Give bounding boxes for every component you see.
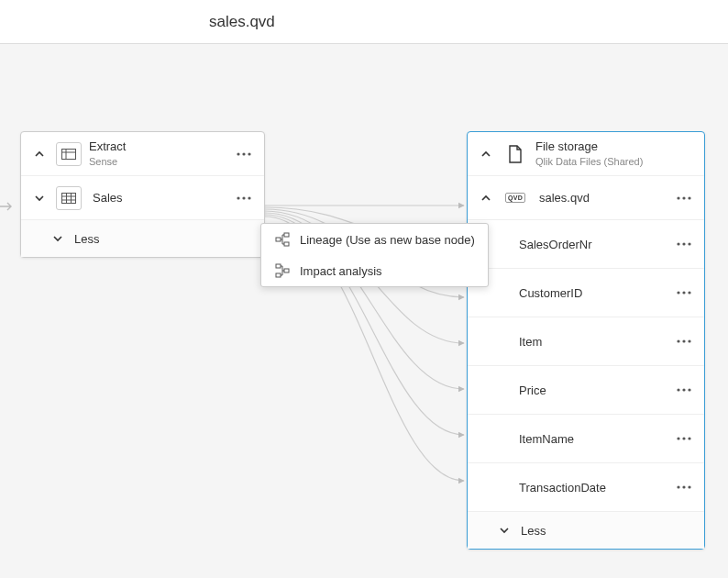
source-node-title-block: Extract Sense <box>89 139 233 168</box>
svg-point-33 <box>682 389 685 392</box>
svg-point-27 <box>682 292 685 295</box>
incoming-arrow-icon <box>0 199 17 216</box>
svg-point-11 <box>237 196 239 199</box>
table-icon <box>56 186 82 210</box>
target-node: File storage Qlik Data Files (Shared) QV… <box>467 131 705 550</box>
file-icon <box>502 145 528 163</box>
svg-rect-14 <box>284 233 289 237</box>
source-table-label: Sales <box>89 191 233 205</box>
svg-point-36 <box>682 438 685 440</box>
svg-point-22 <box>688 196 690 199</box>
more-actions-button[interactable] <box>673 233 695 255</box>
lineage-icon <box>274 231 291 248</box>
menu-item-label: Impact analysis <box>300 264 382 278</box>
svg-point-21 <box>682 196 685 199</box>
less-label: Less <box>67 232 99 246</box>
svg-point-28 <box>688 292 690 295</box>
more-actions-button[interactable] <box>233 143 255 165</box>
menu-item-label: Lineage (Use as new base node) <box>300 233 475 247</box>
impact-icon <box>274 262 291 279</box>
field-label: CustomerID <box>519 286 673 300</box>
chevron-down-icon <box>49 229 67 248</box>
svg-point-38 <box>677 486 679 489</box>
svg-rect-17 <box>276 264 281 268</box>
expand-toggle[interactable] <box>477 189 495 207</box>
svg-point-5 <box>248 152 250 155</box>
target-file-row: QVD sales.qvd <box>468 176 704 220</box>
field-label: ItemName <box>519 432 673 446</box>
field-label: Item <box>519 335 673 349</box>
source-node-subtitle: Sense <box>89 155 233 168</box>
field-row: TransactionDate <box>468 463 704 512</box>
svg-point-24 <box>682 243 685 246</box>
svg-point-39 <box>682 486 685 489</box>
field-row: Price <box>468 366 704 415</box>
target-node-title: File storage <box>535 139 695 155</box>
svg-point-12 <box>242 196 245 199</box>
qvd-icon: QVD <box>502 193 528 203</box>
svg-point-20 <box>677 196 679 199</box>
more-actions-button[interactable] <box>673 428 695 450</box>
chevron-down-icon <box>495 521 513 539</box>
svg-point-3 <box>237 152 239 155</box>
svg-point-30 <box>682 340 685 343</box>
source-less-row[interactable]: Less <box>21 220 264 257</box>
source-node: Extract Sense Sales Less <box>20 131 265 258</box>
field-row: CustomerID <box>468 269 704 317</box>
svg-point-4 <box>242 152 245 155</box>
source-node-header: Extract Sense <box>21 132 264 176</box>
menu-item-lineage[interactable]: Lineage (Use as new base node) <box>261 224 488 255</box>
more-actions-button[interactable] <box>233 187 255 209</box>
toolbar: sales.qvd <box>0 0 728 44</box>
target-less-row[interactable]: Less <box>468 512 704 549</box>
menu-item-impact[interactable]: Impact analysis <box>261 255 488 286</box>
more-actions-button[interactable] <box>673 282 695 304</box>
page-title: sales.qvd <box>209 13 275 31</box>
svg-rect-6 <box>62 193 76 203</box>
expand-toggle[interactable] <box>477 145 495 163</box>
svg-point-23 <box>677 243 679 246</box>
expand-toggle[interactable] <box>30 189 49 207</box>
source-table-row: Sales <box>21 176 264 220</box>
target-node-header: File storage Qlik Data Files (Shared) <box>468 132 704 176</box>
svg-point-35 <box>677 438 679 440</box>
svg-point-13 <box>248 196 250 199</box>
canvas: Extract Sense Sales Less <box>0 44 728 578</box>
svg-rect-16 <box>276 238 281 241</box>
svg-point-26 <box>677 292 679 295</box>
svg-rect-0 <box>62 149 76 159</box>
more-actions-button[interactable] <box>673 476 695 498</box>
svg-rect-15 <box>284 242 289 246</box>
svg-point-37 <box>688 438 690 440</box>
target-node-subtitle: Qlik Data Files (Shared) <box>535 155 695 168</box>
target-file-label: sales.qvd <box>535 191 673 205</box>
expand-toggle[interactable] <box>30 145 49 163</box>
svg-point-32 <box>677 389 679 392</box>
svg-rect-18 <box>276 273 281 277</box>
more-actions-button[interactable] <box>673 379 695 401</box>
svg-point-31 <box>688 340 690 343</box>
svg-point-40 <box>688 486 690 489</box>
target-node-title-block: File storage Qlik Data Files (Shared) <box>535 139 695 168</box>
source-node-title: Extract <box>89 139 233 155</box>
field-label: TransactionDate <box>519 481 673 495</box>
field-label: Price <box>519 383 673 397</box>
svg-point-25 <box>688 243 690 246</box>
field-row: SalesOrderNr <box>468 220 704 269</box>
dataset-icon <box>56 142 82 166</box>
more-actions-button[interactable] <box>673 330 695 352</box>
svg-point-29 <box>677 340 679 343</box>
more-actions-button[interactable] <box>673 187 695 209</box>
field-row: Item <box>468 317 704 366</box>
field-label: SalesOrderNr <box>519 238 673 251</box>
svg-point-34 <box>688 389 690 392</box>
field-row: ItemName <box>468 415 704 463</box>
less-label: Less <box>513 524 546 538</box>
context-menu: Lineage (Use as new base node) Impact an… <box>260 223 489 287</box>
svg-rect-19 <box>284 269 289 272</box>
